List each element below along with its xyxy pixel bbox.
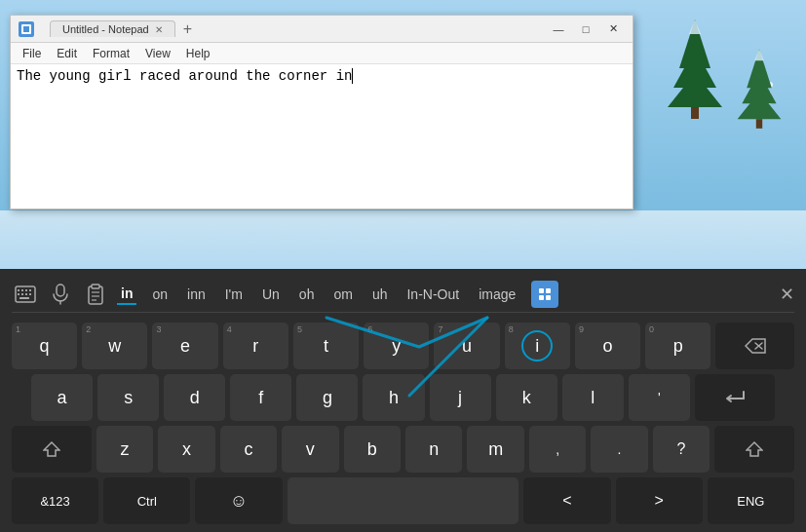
key-row-3: z x c v b n m , . ? (12, 426, 794, 473)
key-question[interactable]: ? (653, 426, 710, 473)
suggestion-7[interactable]: uh (368, 285, 392, 304)
suggestion-0[interactable]: in (117, 284, 136, 305)
svg-rect-8 (29, 293, 31, 295)
key-k[interactable]: k (496, 374, 557, 421)
text-cursor (352, 68, 353, 84)
menu-help[interactable]: Help (178, 45, 218, 62)
app-icon-inner (21, 24, 31, 34)
keyboard-top-bar: in on inn I'm Un oh om uh In-N-Out image… (12, 277, 794, 313)
key-period[interactable]: . (591, 426, 647, 473)
key-symbols[interactable]: &123 (12, 477, 98, 524)
notepad-window: Untitled - Notepad ✕ + — □ ✕ File Edit F… (10, 15, 633, 209)
suggestion-6[interactable]: om (329, 285, 356, 304)
key-h[interactable]: h (363, 374, 424, 421)
svg-rect-5 (18, 293, 19, 295)
menu-edit[interactable]: Edit (49, 45, 85, 62)
key-emoji[interactable]: ☺ (195, 477, 282, 524)
suggestion-9[interactable]: image (475, 285, 519, 304)
key-ctrl[interactable]: Ctrl (103, 477, 190, 524)
key-d[interactable]: d (164, 374, 225, 421)
clipboard-icon[interactable] (82, 281, 109, 308)
new-tab-btn[interactable]: + (175, 19, 200, 39)
key-q[interactable]: 1q (12, 323, 77, 369)
key-j[interactable]: j (430, 374, 491, 421)
maximize-btn[interactable]: □ (574, 19, 597, 39)
key-c[interactable]: c (220, 426, 277, 473)
tab-close-btn[interactable]: ✕ (155, 24, 163, 35)
svg-rect-10 (57, 285, 64, 296)
key-row-2: a s d f g h j k l ' (12, 374, 794, 421)
svg-rect-20 (546, 295, 551, 300)
key-row-1: 1q 2w 3e 4r 5t 6y 7u 8 i 9o 0p (12, 323, 794, 369)
window-controls: — □ ✕ (547, 19, 625, 39)
key-r[interactable]: 4r (223, 323, 288, 369)
menu-file[interactable]: File (15, 45, 49, 62)
minimize-btn[interactable]: — (547, 19, 570, 39)
suggestion-bar: in on inn I'm Un oh om uh In-N-Out image (117, 281, 772, 308)
title-bar: Untitled - Notepad ✕ + — □ ✕ (11, 16, 633, 43)
menu-bar: File Edit Format View Help (11, 43, 633, 64)
notepad-text: The young girl raced around the corner i… (17, 68, 352, 84)
suggestion-3[interactable]: I'm (221, 285, 247, 304)
key-space[interactable] (288, 477, 519, 524)
suggestion-4[interactable]: Un (258, 285, 284, 304)
menu-view[interactable]: View (137, 45, 178, 62)
key-y[interactable]: 6y (364, 323, 429, 369)
svg-rect-19 (539, 295, 544, 300)
snow-ground (0, 210, 806, 269)
key-b[interactable]: b (344, 426, 401, 473)
key-o[interactable]: 9o (575, 323, 640, 369)
svg-rect-18 (546, 288, 551, 293)
key-arrow-left[interactable]: < (523, 477, 610, 524)
close-btn[interactable]: ✕ (601, 19, 625, 39)
key-shift-right[interactable] (714, 426, 794, 473)
mic-icon[interactable] (47, 281, 74, 308)
key-g[interactable]: g (296, 374, 358, 421)
suggestion-icon[interactable] (531, 281, 558, 308)
key-a[interactable]: a (31, 374, 93, 421)
svg-rect-4 (29, 289, 31, 291)
key-l[interactable]: l (562, 374, 624, 421)
svg-rect-3 (25, 289, 27, 291)
svg-rect-17 (539, 288, 544, 293)
key-apostrophe[interactable]: ' (629, 374, 690, 421)
key-s[interactable]: s (97, 374, 159, 421)
suggestion-8[interactable]: In-N-Out (403, 285, 463, 304)
app-icon (19, 21, 34, 37)
key-p[interactable]: 0p (645, 323, 710, 369)
key-m[interactable]: m (467, 426, 523, 473)
key-f[interactable]: f (230, 374, 291, 421)
key-enter[interactable] (695, 374, 775, 421)
key-n[interactable]: n (405, 426, 462, 473)
keyboard: in on inn I'm Un oh om uh In-N-Out image… (0, 269, 806, 532)
background-trees (668, 19, 787, 138)
key-e[interactable]: 3e (152, 323, 217, 369)
keyboard-icon[interactable] (12, 281, 39, 308)
keyboard-close-btn[interactable]: ✕ (780, 284, 794, 305)
key-language[interactable]: ENG (708, 477, 794, 524)
svg-rect-9 (19, 297, 29, 299)
suggestion-1[interactable]: on (148, 285, 172, 304)
key-v[interactable]: v (282, 426, 338, 473)
key-u[interactable]: 7u (434, 323, 499, 369)
keyboard-rows: 1q 2w 3e 4r 5t 6y 7u 8 i 9o 0p (12, 323, 794, 524)
key-shift-left[interactable] (12, 426, 92, 473)
key-t[interactable]: 5t (293, 323, 359, 369)
svg-rect-2 (21, 289, 23, 291)
svg-rect-1 (18, 289, 19, 291)
key-comma[interactable]: , (529, 426, 586, 473)
svg-rect-6 (21, 293, 23, 295)
svg-rect-13 (92, 285, 99, 288)
key-i[interactable]: 8 i (505, 323, 570, 369)
suggestion-2[interactable]: inn (183, 285, 210, 304)
menu-format[interactable]: Format (85, 45, 137, 62)
suggestion-5[interactable]: oh (295, 285, 319, 304)
notepad-tab[interactable]: Untitled - Notepad ✕ (50, 20, 175, 37)
notepad-content[interactable]: The young girl raced around the corner i… (11, 64, 633, 209)
key-z[interactable]: z (96, 426, 153, 473)
key-w[interactable]: 2w (82, 323, 147, 369)
key-arrow-right[interactable]: > (616, 477, 703, 524)
key-backspace[interactable] (715, 323, 794, 369)
svg-rect-7 (25, 293, 27, 295)
key-x[interactable]: x (158, 426, 214, 473)
